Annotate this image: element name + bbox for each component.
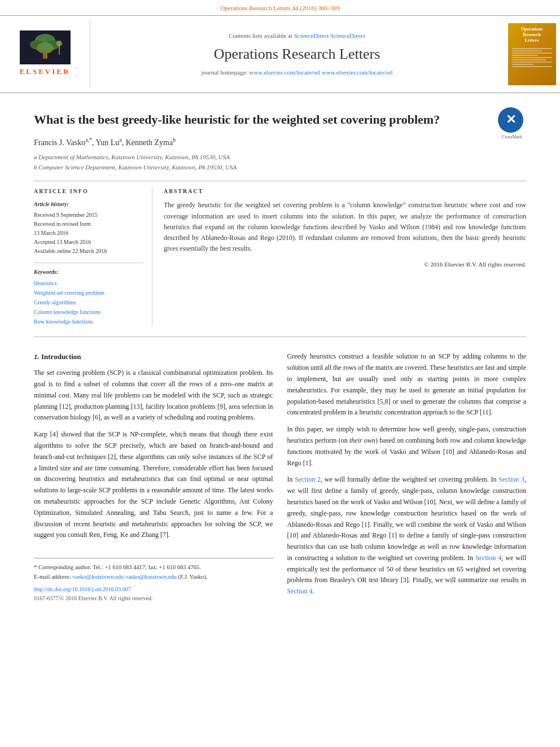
keyword-1: Heuristics	[34, 278, 143, 288]
available-date: Available online 22 March 2016	[34, 247, 143, 256]
accepted-date: Accepted 13 March 2016	[34, 238, 143, 247]
author3-sup: b	[173, 137, 176, 143]
footnote-email: E-mail address: vasko@kutztown.edu vasko…	[34, 573, 273, 582]
keyword-2: Weighted set covering problem	[34, 288, 143, 298]
revised-date: 13 March 2016	[34, 229, 143, 238]
homepage-link[interactable]: www.elsevier.com/locate/orl	[249, 69, 320, 76]
right-para-1: Greedy heuristics construct a feasible s…	[287, 351, 527, 418]
article-info-panel: ARTICLE INFO Article history: Received 9…	[34, 187, 152, 326]
homepage-url-text: www.elsevier.com/locate/orl	[322, 69, 393, 76]
author3-name: , Kenneth Zyma	[122, 138, 173, 146]
authors-line: Francis J. Vaskoa,*, Yun Lua, Kenneth Zy…	[34, 136, 526, 148]
crossmark-icon: ✕	[506, 113, 516, 126]
journal-title: Operations Research Letters	[214, 43, 380, 65]
keywords-label: Keywords:	[34, 268, 143, 276]
article-history-label: Article history:	[34, 200, 143, 208]
abstract-heading: ABSTRACT	[164, 187, 526, 195]
cover-decoration	[510, 47, 554, 68]
abstract-text: The greedy heuristic for the weighted se…	[164, 200, 526, 254]
received-revised-label: Received in revised form	[34, 220, 143, 229]
right-para-3: In Section 2, we will formally define th…	[287, 474, 527, 597]
contents-line: Contents lists available at ScienceDirec…	[229, 31, 365, 41]
article-info-abstract: ARTICLE INFO Article history: Received 9…	[34, 187, 526, 326]
journal-cover-image: Operations Research Letters	[508, 23, 556, 85]
email-person: (F.J. Vasko).	[178, 574, 208, 580]
issn-line: 0167-6377/© 2016 Elsevier B.V. All right…	[34, 594, 273, 603]
publisher-logo: ELSEVIER	[0, 20, 90, 88]
svg-point-8	[56, 41, 62, 46]
received-date: Received 9 September 2015	[34, 211, 143, 220]
crossmark-badge: ✕ CrossMark	[498, 107, 526, 136]
crossmark-circle: ✕	[498, 107, 523, 133]
keyword-4: Column knowledge functions	[34, 307, 143, 317]
crossmark-label: CrossMark	[498, 134, 526, 141]
elsevier-label: ELSEVIER	[20, 66, 71, 77]
journal-header: ELSEVIER Contents lists available at Sci…	[0, 15, 560, 93]
author1-sup: a,*	[85, 137, 92, 143]
keyword-3: Greedy algorithms	[34, 298, 143, 307]
email-text: vasko@kutztown.edu	[125, 574, 177, 580]
doi-line[interactable]: http://dx.doi.org/10.1016/j.orl.2016.03.…	[34, 585, 273, 594]
sciencedirect-label: ScienceDirect	[330, 32, 365, 39]
keyword-5: Row knowledge functions	[34, 317, 143, 326]
author1-name: Francis J. Vasko	[34, 138, 85, 146]
divider-1	[34, 181, 526, 181]
author2-name: , Yun Lu	[92, 138, 119, 146]
copyright-line: © 2016 Elsevier B.V. All rights reserved…	[164, 260, 526, 269]
right-column: Greedy heuristics construct a feasible s…	[287, 351, 527, 603]
main-content: What is the best greedy-like heuristic f…	[0, 93, 560, 615]
divider-2	[34, 337, 526, 337]
intro-section-name: Introduction	[41, 352, 81, 361]
intro-para-1: The set covering problem (SCP) is a clas…	[34, 368, 273, 423]
journal-title-area: Contents lists available at ScienceDirec…	[90, 20, 504, 88]
affil-b: b Computer Science Department, Kutztown …	[34, 163, 526, 173]
citation-text: Operations Research Letters 44 (2016) 36…	[220, 5, 340, 11]
citation-bar: Operations Research Letters 44 (2016) 36…	[0, 0, 560, 15]
sciencedirect-link[interactable]: ScienceDirect	[294, 32, 329, 39]
affiliations: a Department of Mathematics, Kutztown Un…	[34, 152, 526, 172]
elsevier-tree-icon	[20, 30, 71, 64]
intro-heading: 1. Introduction	[34, 351, 273, 363]
body-columns: 1. Introduction The set covering problem…	[34, 351, 526, 603]
paper-title: What is the best greedy-like heuristic f…	[34, 112, 440, 128]
journal-cover-area: Operations Research Letters	[504, 20, 560, 88]
cover-title: Operations Research Letters	[521, 27, 542, 44]
keywords-section: Keywords: Heuristics Weighted set coveri…	[34, 263, 143, 326]
left-column: 1. Introduction The set covering problem…	[34, 351, 273, 603]
intro-para-2: Karp [4] showed that the SCP is NP-compl…	[34, 429, 273, 541]
abstract-panel: ABSTRACT The greedy heuristic for the we…	[164, 187, 526, 326]
footnote-section: * Corresponding author. Tel.: +1 610 683…	[34, 558, 273, 603]
article-info-heading: ARTICLE INFO	[34, 187, 143, 195]
email-label: E-mail address:	[34, 574, 71, 580]
elsevier-logo: ELSEVIER	[20, 30, 71, 77]
affil-a: a Department of Mathematics, Kutztown Un…	[34, 152, 526, 163]
footnote-star: * Corresponding author. Tel.: +1 610 683…	[34, 563, 273, 573]
section-number: 1.	[34, 352, 40, 361]
email-link[interactable]: vasko@kutztown.edu	[72, 574, 124, 580]
right-para-2: In this paper, we simply wish to determi…	[287, 424, 527, 469]
homepage-line: journal homepage: www.elsevier.com/locat…	[201, 68, 392, 77]
